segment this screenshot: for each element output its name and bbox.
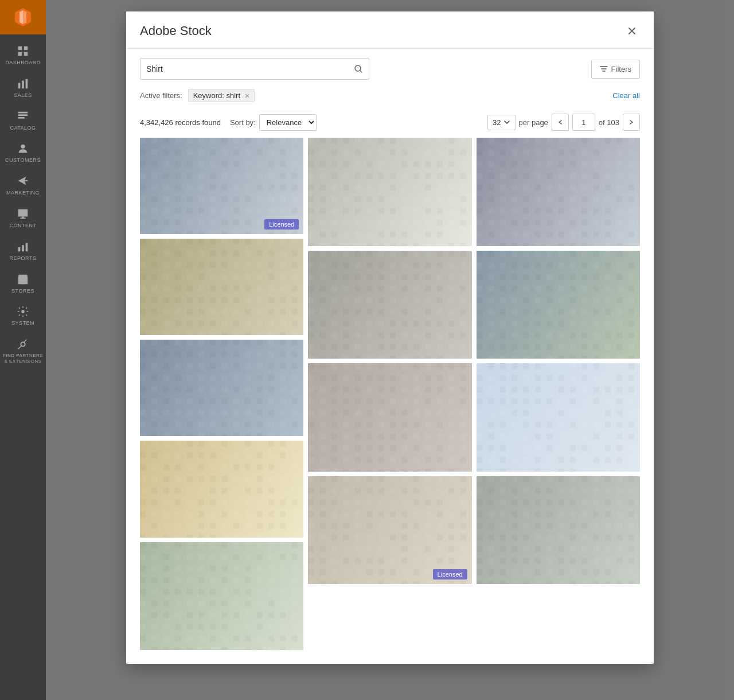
licensed-badge: Licensed xyxy=(433,569,467,580)
search-bar: Filters xyxy=(126,49,654,87)
prev-page-button[interactable] xyxy=(552,114,569,131)
svg-rect-4 xyxy=(24,46,28,50)
svg-rect-9 xyxy=(26,79,28,89)
page-total: of 103 xyxy=(599,118,619,127)
main-content: Adobe Stock xyxy=(46,0,734,700)
sidebar-item-label: REPORTS xyxy=(10,255,37,262)
sidebar-item-label: STORES xyxy=(11,288,34,294)
sidebar-item-label: CUSTOMERS xyxy=(5,157,41,164)
filter-keyword-tag: Keyword: shirt × xyxy=(188,89,255,102)
svg-rect-7 xyxy=(18,83,21,88)
chevron-down-icon xyxy=(503,119,510,126)
image-item[interactable] xyxy=(308,138,471,246)
sidebar-item-label: DASHBOARD xyxy=(5,60,41,66)
filter-remove-button[interactable]: × xyxy=(244,92,249,100)
sidebar-item-label: CATALOG xyxy=(10,125,36,131)
svg-rect-3 xyxy=(18,46,22,50)
image-item[interactable] xyxy=(140,239,303,335)
chevron-right-icon xyxy=(628,119,634,125)
svg-rect-21 xyxy=(21,279,25,284)
svg-rect-18 xyxy=(18,247,21,251)
filter-icon xyxy=(600,65,608,73)
svg-rect-17 xyxy=(22,217,24,219)
sidebar-item-dashboard[interactable]: DASHBOARD xyxy=(0,39,46,72)
svg-marker-2 xyxy=(23,10,26,24)
image-item[interactable] xyxy=(477,476,640,585)
image-item[interactable]: Licensed xyxy=(308,476,471,585)
licensed-badge: Licensed xyxy=(264,219,299,230)
sidebar: DASHBOARD SALES CATALOG CUSTOMERS MARKET… xyxy=(0,0,46,700)
sort-select[interactable]: Relevance Newest Oldest xyxy=(259,114,317,131)
active-filters-bar: Active filters: Keyword: shirt × Clear a… xyxy=(126,87,654,109)
search-input-wrap[interactable] xyxy=(140,58,369,80)
image-item[interactable] xyxy=(308,251,471,359)
search-submit-button[interactable] xyxy=(354,64,363,73)
image-item[interactable]: Licensed xyxy=(140,138,303,234)
results-count: 4,342,426 records found xyxy=(140,118,221,127)
image-item[interactable] xyxy=(477,138,640,246)
sidebar-item-marketing[interactable]: MARKETING xyxy=(0,169,46,202)
clear-all-button[interactable]: Clear all xyxy=(612,91,640,100)
svg-marker-1 xyxy=(19,10,23,24)
modal-title: Adobe Stock xyxy=(140,24,212,38)
pagination: 32 per page of 103 xyxy=(487,114,640,131)
search-icon xyxy=(354,64,363,73)
filters-button[interactable]: Filters xyxy=(591,60,640,79)
sidebar-item-label: FIND PARTNERS & EXTENSIONS xyxy=(2,353,44,364)
sidebar-item-stores[interactable]: STORES xyxy=(0,267,46,300)
svg-rect-11 xyxy=(18,114,28,116)
per-page-select[interactable]: 32 xyxy=(487,115,515,130)
svg-rect-20 xyxy=(26,243,28,251)
sidebar-item-label: SALES xyxy=(14,92,32,99)
adobe-stock-modal: Adobe Stock xyxy=(126,11,654,664)
sidebar-item-find-partners[interactable]: FIND PARTNERS & EXTENSIONS xyxy=(0,332,46,370)
svg-rect-12 xyxy=(18,117,25,119)
results-bar: 4,342,426 records found Sort by: Relevan… xyxy=(126,109,654,138)
image-item[interactable] xyxy=(477,251,640,359)
sidebar-item-reports[interactable]: REPORTS xyxy=(0,235,46,267)
sidebar-item-label: SYSTEM xyxy=(11,320,34,326)
magento-logo[interactable] xyxy=(0,0,46,34)
svg-point-22 xyxy=(21,310,25,314)
svg-rect-6 xyxy=(24,52,28,56)
search-input[interactable] xyxy=(146,64,354,73)
image-grid: LicensedLicensed xyxy=(126,138,654,664)
svg-rect-14 xyxy=(25,180,28,181)
svg-rect-10 xyxy=(18,111,28,113)
svg-rect-5 xyxy=(18,52,22,56)
sidebar-item-label: CONTENT xyxy=(10,223,37,229)
sidebar-item-content[interactable]: CONTENT xyxy=(0,202,46,235)
modal-overlay: Adobe Stock xyxy=(46,0,734,700)
sort-by-label: Sort by: xyxy=(230,118,256,127)
sidebar-item-sales[interactable]: SALES xyxy=(0,72,46,104)
svg-rect-8 xyxy=(22,80,24,88)
filters-label: Filters xyxy=(611,65,631,73)
image-item[interactable] xyxy=(140,542,303,651)
image-item[interactable] xyxy=(308,363,471,472)
active-filters-label: Active filters: xyxy=(140,91,182,100)
next-page-button[interactable] xyxy=(623,114,640,131)
sidebar-item-system[interactable]: SYSTEM xyxy=(0,300,46,332)
svg-rect-15 xyxy=(18,209,28,217)
sidebar-item-label: MARKETING xyxy=(6,190,40,196)
per-page-label: per page xyxy=(519,118,548,127)
image-item[interactable] xyxy=(140,340,303,436)
image-item[interactable] xyxy=(140,441,303,537)
sidebar-item-catalog[interactable]: CATALOG xyxy=(0,104,46,137)
filter-keyword-text: Keyword: shirt xyxy=(193,91,240,100)
page-number-input[interactable] xyxy=(572,114,595,131)
modal-header: Adobe Stock xyxy=(126,11,654,49)
per-page-value: 32 xyxy=(493,118,501,127)
image-item[interactable] xyxy=(477,363,640,472)
svg-rect-19 xyxy=(22,245,24,251)
sort-wrap: Sort by: Relevance Newest Oldest xyxy=(230,114,317,131)
svg-point-13 xyxy=(21,145,25,149)
chevron-left-icon xyxy=(557,119,563,125)
sidebar-item-customers[interactable]: CUSTOMERS xyxy=(0,137,46,169)
close-button[interactable] xyxy=(624,23,640,39)
